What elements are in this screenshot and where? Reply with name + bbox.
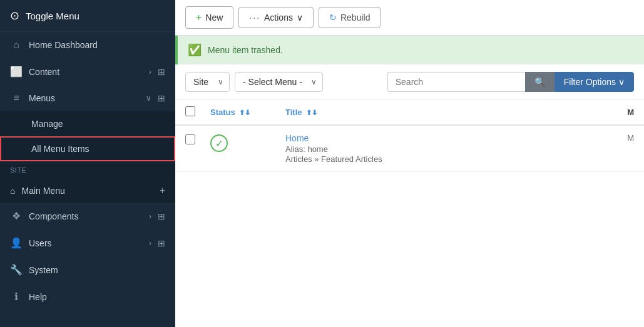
new-button-label: New <box>205 13 223 23</box>
help-icon: ℹ <box>10 291 23 303</box>
site-select-wrapper: Site ∨ <box>185 72 230 92</box>
submenu-item-manage[interactable]: Manage <box>0 111 175 136</box>
table-area: Status ⬆⬇ Title ⬆⬇ M ✓ Home Alias: home … <box>175 100 644 327</box>
users-icon: 👤 <box>10 237 23 249</box>
submenu-all-menu-items-label: All Menu Items <box>31 144 89 154</box>
chevron-down-icon: ∨ <box>297 13 303 23</box>
search-filter-row: 🔍 Filter Options ∨ <box>387 72 634 92</box>
sort-icon: ⬆⬇ <box>239 109 250 116</box>
submenu-manage-label: Manage <box>31 119 63 129</box>
chevron-right-icon: › <box>149 239 151 248</box>
sidebar-item-content[interactable]: ⬜ Content › ⊞ <box>0 58 175 85</box>
sidebar-item-label: Home Dashboard <box>29 40 165 50</box>
menus-submenu: Manage All Menu Items Site ⌂ Main Menu + <box>0 111 175 203</box>
menu-select[interactable]: - Select Menu - <box>235 72 323 92</box>
item-alias: Alias: home <box>285 144 596 154</box>
new-button[interactable]: + New <box>185 6 233 29</box>
sidebar-item-label: Content <box>29 67 143 77</box>
sidebar-item-label: Menus <box>29 93 140 103</box>
sidebar: ⊙ Toggle Menu ⌂ Home Dashboard ⬜ Content… <box>0 0 175 327</box>
filters-row: Site ∨ - Select Menu - ∨ 🔍 Filter Option… <box>175 64 644 100</box>
check-circle-icon: ✅ <box>188 43 202 57</box>
sidebar-main-menu[interactable]: ⌂ Main Menu + <box>0 179 175 203</box>
main-content: + New ··· Actions ∨ ↻ Rebuild ✅ Menu ite… <box>175 0 644 327</box>
item-path: Articles » Featured Articles <box>285 154 596 164</box>
sidebar-item-label: System <box>29 265 165 275</box>
select-all-checkbox[interactable] <box>185 106 195 116</box>
th-check <box>185 106 210 118</box>
chevron-down-icon: ∨ <box>146 94 151 103</box>
plus-icon: + <box>160 185 165 196</box>
filter-options-label: Filter Options <box>564 77 616 87</box>
search-input[interactable] <box>387 72 525 92</box>
th-extra: M <box>596 108 634 117</box>
plus-icon: + <box>196 12 202 23</box>
td-check <box>185 133 210 146</box>
menus-icon: ≡ <box>10 93 23 104</box>
sidebar-item-menus[interactable]: ≡ Menus ∨ ⊞ <box>0 85 175 111</box>
notification-message: Menu item trashed. <box>208 45 283 55</box>
table-row: ✓ Home Alias: home Articles » Featured A… <box>175 126 644 172</box>
item-title-link[interactable]: Home <box>285 133 309 143</box>
notification-bar: ✅ Menu item trashed. <box>175 36 644 64</box>
dots-icon: ··· <box>249 13 260 23</box>
td-status: ✓ <box>210 133 285 152</box>
th-title[interactable]: Title ⬆⬇ <box>285 108 596 117</box>
site-label: Site <box>0 161 175 179</box>
sidebar-item-components[interactable]: ❖ Components › ⊞ <box>0 203 175 229</box>
site-select[interactable]: Site <box>185 72 230 92</box>
main-menu-label: Main Menu <box>21 186 153 196</box>
table-header: Status ⬆⬇ Title ⬆⬇ M <box>175 100 644 126</box>
toggle-menu-label: Toggle Menu <box>26 11 79 21</box>
td-extra: M <box>596 133 634 143</box>
sidebar-item-help[interactable]: ℹ Help <box>0 283 175 310</box>
toggle-menu-icon: ⊙ <box>10 9 19 23</box>
actions-button[interactable]: ··· Actions ∨ <box>238 7 314 28</box>
grid-icon: ⊞ <box>158 67 165 77</box>
col-status-label: Status <box>210 108 235 117</box>
search-icon: 🔍 <box>534 77 545 87</box>
grid-icon: ⊞ <box>158 211 165 221</box>
td-title: Home Alias: home Articles » Featured Art… <box>285 133 596 164</box>
home-icon: ⌂ <box>10 39 23 51</box>
submenu-item-all-menu-items[interactable]: All Menu Items <box>0 136 175 161</box>
toolbar: + New ··· Actions ∨ ↻ Rebuild <box>175 0 644 36</box>
toggle-menu-button[interactable]: ⊙ Toggle Menu <box>0 0 175 32</box>
content-icon: ⬜ <box>10 66 23 78</box>
rebuild-button[interactable]: ↻ Rebuild <box>319 7 381 28</box>
chevron-right-icon: › <box>149 212 151 221</box>
sidebar-item-system[interactable]: 🔧 System <box>0 256 175 283</box>
rebuild-button-label: Rebuild <box>340 13 370 23</box>
menu-select-wrapper: - Select Menu - ∨ <box>235 72 323 92</box>
main-menu-home-icon: ⌂ <box>10 186 15 196</box>
sidebar-item-label: Help <box>29 292 165 302</box>
grid-icon: ⊞ <box>158 238 165 248</box>
filter-options-button[interactable]: Filter Options ∨ <box>555 72 634 92</box>
sidebar-item-label: Users <box>29 238 143 248</box>
status-published-icon[interactable]: ✓ <box>210 134 228 152</box>
sidebar-item-home-dashboard[interactable]: ⌂ Home Dashboard <box>0 32 175 58</box>
refresh-icon: ↻ <box>329 13 337 23</box>
th-status[interactable]: Status ⬆⬇ <box>210 108 285 117</box>
chevron-down-icon: ∨ <box>618 77 625 87</box>
system-icon: 🔧 <box>10 264 23 276</box>
sidebar-item-users[interactable]: 👤 Users › ⊞ <box>0 229 175 256</box>
grid-icon: ⊞ <box>158 93 165 103</box>
sort-icon: ⬆⬇ <box>306 109 317 116</box>
col-title-label: Title <box>285 108 302 117</box>
components-icon: ❖ <box>10 210 23 222</box>
search-button[interactable]: 🔍 <box>525 72 555 92</box>
sidebar-item-label: Components <box>29 211 143 221</box>
actions-button-label: Actions <box>264 13 293 23</box>
row-checkbox[interactable] <box>185 134 195 144</box>
chevron-right-icon: › <box>149 68 151 76</box>
